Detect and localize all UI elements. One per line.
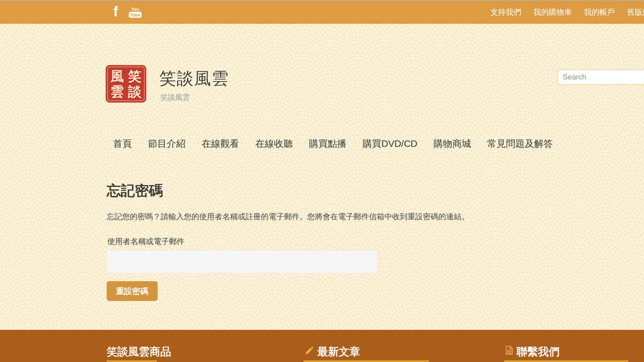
footer-title-underline [504, 360, 628, 362]
footer-title-underline [107, 360, 157, 362]
site-tagline: 笑談風雲 [160, 93, 190, 103]
site-logo[interactable]: 風 笑 雲 談 [106, 65, 146, 103]
footer-title-underline [304, 360, 429, 362]
nav-item-buy-dvd-cd[interactable]: 購買DVD/CD [363, 137, 417, 150]
topbar-link-legacy-user[interactable]: 舊版用戶 [627, 7, 644, 17]
facebook-icon[interactable]: f [111, 6, 121, 19]
username-email-input[interactable] [107, 250, 378, 273]
topbar-link-cart[interactable]: 我的購物車 [533, 7, 572, 17]
nav-item-home[interactable]: 首頁 [113, 137, 132, 150]
page-description: 忘記您的密嗎？請輸入您的使用者名稱或註冊的電子郵件。您將會在電子郵件信箱中收到重… [107, 212, 509, 222]
seal-char: 風 [108, 68, 126, 84]
topbar-link-support[interactable]: 支持我們 [490, 7, 521, 17]
page-title: 忘記密碼 [107, 181, 163, 200]
youtube-icon-you: You [131, 7, 139, 11]
seal-char: 談 [126, 84, 144, 99]
header-area: 風 笑 雲 談 笑談風雲 笑談風雲 首頁 節目介紹 在線觀看 在線收聽 購買點播… [0, 24, 644, 330]
topbar-links: 支持我們 我的購物車 我的帳戶 舊版用戶 [490, 1, 644, 24]
nav-item-shop[interactable]: 購物商城 [433, 137, 471, 150]
page: f You Tube 支持我們 我的購物車 我的帳戶 舊版用戶 風 笑 雲 談 … [0, 0, 644, 362]
seal-stamp-logo: 風 笑 雲 談 [106, 65, 146, 103]
nav-item-program-intro[interactable]: 節目介紹 [148, 137, 185, 150]
footer: 笑談風雲商品 最新文章 聯繫我們 [0, 330, 644, 362]
pencil-icon [305, 345, 315, 355]
search-input[interactable] [557, 69, 644, 85]
nav-item-faq[interactable]: 常見問題及解答 [487, 137, 553, 150]
youtube-icon[interactable]: You Tube [129, 7, 142, 18]
document-icon [504, 345, 514, 355]
seal-char: 笑 [126, 68, 144, 84]
main-nav: 首頁 節目介紹 在線觀看 在線收聽 購買點播 購買DVD/CD 購物商城 常見問… [113, 136, 553, 151]
social-icons: f You Tube [111, 1, 142, 24]
footer-products-title: 笑談風雲商品 [107, 345, 171, 359]
nav-item-buy-ondemand[interactable]: 購買點播 [309, 137, 346, 150]
username-email-label: 使用者名稱或電子郵件 [107, 236, 184, 247]
footer-latest-posts-title: 最新文章 [317, 345, 360, 359]
topbar-link-account[interactable]: 我的帳戶 [584, 7, 615, 17]
footer-contact-title: 聯繫我們 [517, 345, 559, 359]
site-title[interactable]: 笑談風雲 [159, 67, 229, 90]
reset-password-button[interactable]: 重設密碼 [107, 281, 158, 301]
topbar: f You Tube 支持我們 我的購物車 我的帳戶 舊版用戶 [0, 1, 644, 24]
seal-char: 雲 [108, 84, 126, 99]
youtube-icon-tube: Tube [129, 12, 142, 18]
nav-item-watch-online[interactable]: 在線觀看 [202, 137, 239, 150]
nav-item-listen-online[interactable]: 在線收聽 [255, 137, 293, 150]
